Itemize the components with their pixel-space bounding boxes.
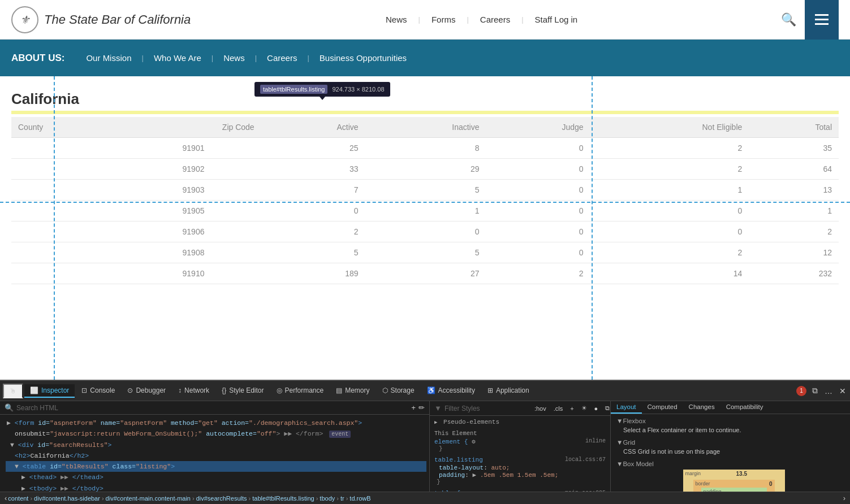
table-row: 91902 33 29 0 2 64 bbox=[11, 159, 839, 180]
table-row: 91908 5 5 0 2 12 bbox=[11, 242, 839, 263]
cell-judge: 0 bbox=[486, 221, 590, 242]
top-nav-links: News | Forms | Careers | Staff Log in bbox=[386, 15, 577, 24]
tooltip-dims: 924.733 × 8210.08 bbox=[332, 86, 384, 93]
cell-judge: 0 bbox=[486, 138, 590, 159]
site-logo: ⚜ The State Bar of California bbox=[11, 6, 191, 33]
table-row: 91901 25 8 0 2 35 bbox=[11, 138, 839, 159]
cell-zip: 91908 bbox=[126, 242, 261, 263]
cell-total: 35 bbox=[749, 138, 839, 159]
cell-not-eligible: 2 bbox=[590, 138, 749, 159]
col-zipcode: Zip Code bbox=[126, 117, 261, 138]
col-judge: Judge bbox=[486, 117, 590, 138]
cell-total: 2 bbox=[749, 221, 839, 242]
secondary-nav-links: Our Mission | Who We Are | News | Career… bbox=[76, 53, 417, 63]
nav-news[interactable]: News bbox=[386, 15, 407, 24]
cell-inactive: 27 bbox=[365, 263, 486, 284]
cell-zip: 91902 bbox=[126, 159, 261, 180]
cell-inactive: 29 bbox=[365, 159, 486, 180]
cell-judge: 0 bbox=[486, 242, 590, 263]
sec-nav-news[interactable]: News bbox=[213, 53, 255, 63]
cell-total: 1 bbox=[749, 201, 839, 221]
hamburger-line-1 bbox=[815, 14, 829, 16]
nav-forms[interactable]: Forms bbox=[432, 15, 456, 24]
cell-inactive: 1 bbox=[365, 201, 486, 221]
cell-judge: 0 bbox=[486, 180, 590, 201]
cell-county bbox=[11, 159, 126, 180]
cell-judge: 2 bbox=[486, 263, 590, 284]
table-row: 91903 7 5 0 1 13 bbox=[11, 180, 839, 201]
cell-county bbox=[11, 138, 126, 159]
hamburger-menu-button[interactable] bbox=[805, 0, 839, 40]
page-title: California bbox=[11, 85, 839, 108]
table-header-row: County Zip Code Active Inactive Judge No… bbox=[11, 117, 839, 138]
cell-not-eligible: 2 bbox=[590, 242, 749, 263]
cell-zip: 91905 bbox=[126, 201, 261, 221]
cell-not-eligible: 14 bbox=[590, 263, 749, 284]
highlight-bar bbox=[11, 111, 839, 114]
logo-seal: ⚜ bbox=[11, 6, 38, 33]
col-total: Total bbox=[749, 117, 839, 138]
cell-county bbox=[11, 221, 126, 242]
cell-county bbox=[11, 242, 126, 263]
tooltip-tag: table#tblResults.listing bbox=[260, 85, 327, 94]
cell-judge: 0 bbox=[486, 159, 590, 180]
nav-divider-1: | bbox=[418, 15, 420, 24]
search-button[interactable]: 🔍 bbox=[773, 12, 805, 27]
col-not-eligible: Not Eligible bbox=[590, 117, 749, 138]
cell-active: 2 bbox=[261, 221, 365, 242]
cell-total: 13 bbox=[749, 180, 839, 201]
cell-not-eligible: 0 bbox=[590, 201, 749, 221]
sec-nav-who-we-are[interactable]: Who We Are bbox=[144, 53, 212, 63]
col-county: County bbox=[11, 117, 126, 138]
cell-active: 5 bbox=[261, 242, 365, 263]
cell-active: 0 bbox=[261, 201, 365, 221]
cell-county bbox=[11, 180, 126, 201]
main-content: California County Zip Code Active Inacti… bbox=[0, 76, 850, 380]
results-table: County Zip Code Active Inactive Judge No… bbox=[11, 117, 839, 284]
secondary-navigation: ABOUT US: Our Mission | Who We Are | New… bbox=[0, 40, 850, 76]
about-label: ABOUT US: bbox=[11, 53, 64, 64]
table-row: 91906 2 0 0 0 2 bbox=[11, 221, 839, 242]
cell-zip: 91901 bbox=[126, 138, 261, 159]
sec-nav-business-opportunities[interactable]: Business Opportunities bbox=[309, 53, 417, 63]
table-row: 91910 189 27 2 14 232 bbox=[11, 263, 839, 284]
element-tooltip: table#tblResults.listing 924.733 × 8210.… bbox=[254, 82, 390, 97]
cell-inactive: 5 bbox=[365, 180, 486, 201]
top-navigation: ⚜ The State Bar of California News | For… bbox=[0, 0, 850, 40]
cell-active: 189 bbox=[261, 263, 365, 284]
cell-active: 7 bbox=[261, 180, 365, 201]
cell-inactive: 0 bbox=[365, 221, 486, 242]
sec-nav-careers[interactable]: Careers bbox=[257, 53, 307, 63]
cell-zip: 91906 bbox=[126, 221, 261, 242]
cell-not-eligible: 0 bbox=[590, 221, 749, 242]
col-active: Active bbox=[261, 117, 365, 138]
cell-not-eligible: 1 bbox=[590, 180, 749, 201]
site-name: The State Bar of California bbox=[44, 12, 191, 27]
cell-active: 33 bbox=[261, 159, 365, 180]
cell-inactive: 8 bbox=[365, 138, 486, 159]
nav-divider-3: | bbox=[521, 15, 523, 24]
sec-nav-our-mission[interactable]: Our Mission bbox=[76, 53, 141, 63]
cell-active: 25 bbox=[261, 138, 365, 159]
top-nav-right: 🔍 bbox=[773, 0, 839, 40]
cell-total: 64 bbox=[749, 159, 839, 180]
cell-zip: 91910 bbox=[126, 263, 261, 284]
table-body: 91901 25 8 0 2 35 91902 33 29 0 2 64 919… bbox=[11, 138, 839, 284]
cell-not-eligible: 2 bbox=[590, 159, 749, 180]
nav-divider-2: | bbox=[467, 15, 468, 24]
col-inactive: Inactive bbox=[365, 117, 486, 138]
cell-zip: 91903 bbox=[126, 180, 261, 201]
table-row: 91905 0 1 0 0 1 bbox=[11, 201, 839, 221]
table-header: County Zip Code Active Inactive Judge No… bbox=[11, 117, 839, 138]
cell-total: 232 bbox=[749, 263, 839, 284]
cell-county bbox=[11, 263, 126, 284]
nav-careers[interactable]: Careers bbox=[480, 15, 510, 24]
cell-county bbox=[11, 201, 126, 221]
cell-total: 12 bbox=[749, 242, 839, 263]
cell-inactive: 5 bbox=[365, 242, 486, 263]
hamburger-line-3 bbox=[815, 23, 829, 25]
nav-staff-log-in[interactable]: Staff Log in bbox=[535, 15, 578, 24]
cell-judge: 0 bbox=[486, 201, 590, 221]
hamburger-line-2 bbox=[815, 19, 829, 20]
